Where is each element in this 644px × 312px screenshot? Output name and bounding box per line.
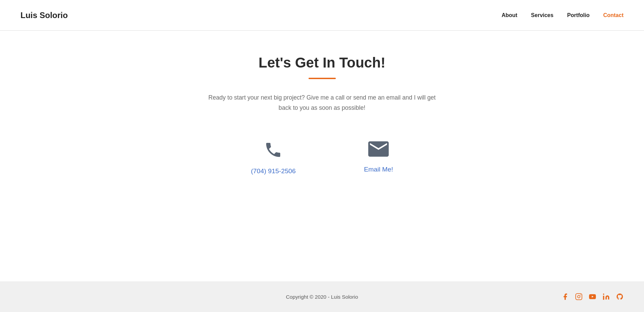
footer-social: [561, 293, 624, 300]
social-github[interactable]: [616, 293, 624, 300]
nav-contact[interactable]: Contact: [603, 12, 624, 18]
social-youtube[interactable]: [589, 293, 596, 300]
contact-email-item: Email Me!: [364, 140, 393, 173]
page-title: Let's Get In Touch!: [259, 55, 386, 71]
social-facebook[interactable]: [561, 293, 569, 300]
footer-copyright: Copyright © 2020 - Luis Solorio: [286, 294, 358, 300]
contact-items: (704) 915-2506 Email Me!: [251, 140, 393, 175]
phone-link[interactable]: (704) 915-2506: [251, 167, 296, 175]
title-underline: [309, 78, 336, 79]
email-link[interactable]: Email Me!: [364, 166, 393, 173]
svg-point-2: [580, 295, 581, 295]
site-footer: Copyright © 2020 - Luis Solorio: [0, 281, 644, 312]
svg-rect-4: [603, 296, 604, 300]
contact-phone-item: (704) 915-2506: [251, 140, 296, 175]
svg-rect-0: [576, 294, 582, 300]
site-header: Luis Solorio About Services Portfolio Co…: [0, 0, 644, 31]
subtitle-text: Ready to start your next big project? Gi…: [203, 93, 442, 113]
svg-point-5: [603, 294, 604, 295]
main-content: Let's Get In Touch! Ready to start your …: [0, 31, 644, 281]
social-instagram[interactable]: [575, 293, 583, 300]
main-nav: About Services Portfolio Contact: [502, 12, 624, 18]
phone-icon: [264, 140, 283, 162]
nav-about[interactable]: About: [502, 12, 517, 18]
svg-point-1: [577, 295, 580, 298]
nav-services[interactable]: Services: [531, 12, 554, 18]
social-linkedin[interactable]: [602, 293, 610, 300]
site-logo[interactable]: Luis Solorio: [20, 11, 68, 20]
email-icon: [368, 140, 389, 160]
nav-portfolio[interactable]: Portfolio: [567, 12, 590, 18]
